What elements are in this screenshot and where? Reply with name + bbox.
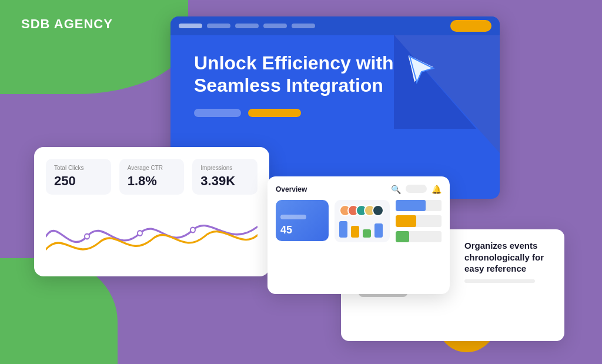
sub-pill-grey (194, 109, 241, 117)
cursor-icon (404, 52, 436, 84)
search-icon[interactable]: 🔍 (391, 185, 401, 194)
stat-label-impressions: Impressions (200, 165, 249, 171)
sub-pill-orange[interactable] (248, 109, 301, 117)
analytics-card: Total Clicks 250 Average CTR 1.8% Impres… (34, 147, 269, 276)
overview-content: 45 (276, 200, 442, 242)
nav-pill-1 (179, 24, 202, 28)
mini-bar-row (339, 221, 385, 238)
avatar-row (339, 205, 385, 216)
timeline-subline (464, 279, 535, 283)
cta-button-orange[interactable] (450, 20, 491, 32)
agency-logo: SDB AGENCY (21, 16, 113, 32)
stat-avg-ctr: Average CTR 1.8% (119, 159, 185, 195)
avatar-5 (372, 205, 384, 216)
wave-chart (46, 204, 257, 269)
overview-icons: 🔍 🔔 (391, 185, 442, 194)
mini-card-blue: 45 (276, 200, 329, 241)
stat-label-clicks: Total Clicks (54, 165, 103, 171)
overview-card: Overview 🔍 🔔 45 (267, 176, 450, 294)
mini-bar-top (280, 215, 306, 219)
stat-value-ctr: 1.8% (128, 173, 176, 189)
stat-value-clicks: 250 (54, 173, 103, 189)
browser-topbar (170, 16, 500, 35)
progress-bar-fill-2 (396, 215, 416, 226)
progress-bar-fill-1 (396, 200, 426, 211)
nav-pill-4 (263, 24, 287, 28)
bell-icon[interactable]: 🔔 (432, 185, 442, 194)
stat-value-impressions: 3.39K (200, 173, 249, 189)
stats-row: Total Clicks 250 Average CTR 1.8% Impres… (46, 159, 257, 195)
timeline-text: Organizes events chronologically for eas… (457, 240, 551, 297)
mini-bar-1 (339, 221, 347, 238)
nav-pill-3 (235, 24, 259, 28)
nav-pill-5 (292, 24, 315, 28)
overview-topbar: Overview 🔍 🔔 (276, 185, 442, 194)
timeline-headline: Organizes events chronologically for eas… (464, 240, 551, 275)
nav-pill-2 (207, 24, 230, 28)
svg-point-2 (85, 234, 89, 239)
mini-bar-3 (363, 229, 371, 238)
mini-bar-2 (351, 226, 359, 238)
mini-bar-4 (374, 223, 383, 238)
mini-card-number: 45 (280, 224, 324, 236)
progress-bar-bg-1 (396, 200, 442, 211)
stat-total-clicks: Total Clicks 250 (46, 159, 111, 195)
svg-point-3 (138, 231, 142, 236)
progress-bar-fill-3 (396, 231, 409, 242)
mini-card-right (335, 200, 390, 242)
svg-point-4 (190, 228, 195, 233)
overview-title: Overview (276, 185, 307, 193)
toggle-switch[interactable] (406, 185, 427, 193)
progress-bar-bg-2 (396, 215, 442, 226)
stat-label-ctr: Average CTR (128, 165, 176, 171)
browser-content: Unlock Efficiency with Seamless Integrat… (170, 35, 500, 129)
progress-bar-bg-3 (396, 231, 442, 242)
stat-impressions: Impressions 3.39K (192, 159, 257, 195)
progress-col (396, 200, 442, 242)
